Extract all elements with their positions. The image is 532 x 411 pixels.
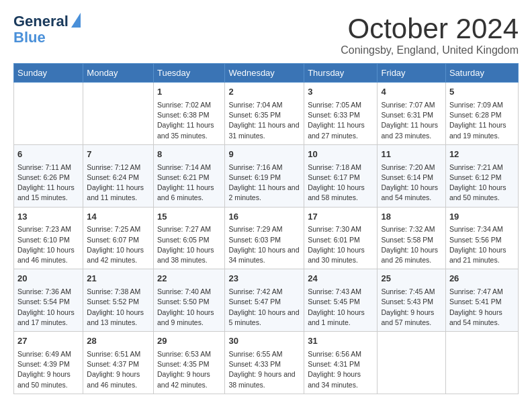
location-subtitle: Coningsby, England, United Kingdom bbox=[341, 44, 519, 56]
day-number: 26 bbox=[449, 273, 515, 285]
weekday-header: Sunday bbox=[14, 64, 83, 83]
day-info: Sunrise: 7:45 AM Sunset: 5:43 PM Dayligh… bbox=[381, 287, 441, 328]
day-number: 12 bbox=[449, 148, 515, 161]
day-number: 16 bbox=[228, 211, 300, 224]
day-info: Sunrise: 6:53 AM Sunset: 4:35 PM Dayligh… bbox=[157, 349, 221, 390]
day-info: Sunrise: 7:43 AM Sunset: 5:45 PM Dayligh… bbox=[308, 287, 373, 328]
day-info: Sunrise: 7:27 AM Sunset: 6:05 PM Dayligh… bbox=[157, 224, 221, 265]
day-info: Sunrise: 7:12 AM Sunset: 6:24 PM Dayligh… bbox=[87, 163, 150, 203]
day-info: Sunrise: 7:07 AM Sunset: 6:31 PM Dayligh… bbox=[381, 100, 441, 141]
calendar-cell: 2Sunrise: 7:04 AM Sunset: 6:35 PM Daylig… bbox=[225, 83, 304, 145]
calendar-cell: 6Sunrise: 7:11 AM Sunset: 6:26 PM Daylig… bbox=[14, 144, 83, 207]
logo-text-general: General bbox=[13, 13, 69, 30]
logo-icon bbox=[71, 13, 81, 28]
day-number: 19 bbox=[449, 211, 515, 224]
calendar-cell: 7Sunrise: 7:12 AM Sunset: 6:24 PM Daylig… bbox=[83, 144, 154, 207]
day-number: 4 bbox=[381, 86, 441, 99]
weekday-header: Tuesday bbox=[153, 64, 224, 83]
calendar-cell: 30Sunrise: 6:55 AM Sunset: 4:33 PM Dayli… bbox=[225, 332, 304, 394]
day-info: Sunrise: 7:40 AM Sunset: 5:50 PM Dayligh… bbox=[157, 287, 221, 328]
day-info: Sunrise: 6:55 AM Sunset: 4:33 PM Dayligh… bbox=[228, 349, 300, 390]
day-number: 11 bbox=[381, 148, 441, 161]
calendar-cell bbox=[445, 332, 518, 394]
calendar-cell: 15Sunrise: 7:27 AM Sunset: 6:05 PM Dayli… bbox=[153, 207, 224, 269]
weekday-header: Thursday bbox=[304, 64, 378, 83]
day-number: 25 bbox=[381, 273, 441, 285]
calendar-cell: 24Sunrise: 7:43 AM Sunset: 5:45 PM Dayli… bbox=[304, 269, 378, 332]
calendar-cell: 21Sunrise: 7:38 AM Sunset: 5:52 PM Dayli… bbox=[83, 269, 154, 332]
day-info: Sunrise: 7:11 AM Sunset: 6:26 PM Dayligh… bbox=[17, 163, 79, 203]
calendar-cell: 5Sunrise: 7:09 AM Sunset: 6:28 PM Daylig… bbox=[445, 83, 518, 145]
day-number: 30 bbox=[228, 335, 300, 348]
calendar-week-row: 13Sunrise: 7:23 AM Sunset: 6:10 PM Dayli… bbox=[14, 207, 519, 269]
day-number: 24 bbox=[308, 273, 373, 285]
day-number: 9 bbox=[228, 148, 300, 161]
day-number: 1 bbox=[157, 86, 221, 99]
weekday-header: Monday bbox=[83, 64, 154, 83]
day-number: 27 bbox=[17, 335, 79, 348]
calendar-table: SundayMondayTuesdayWednesdayThursdayFrid… bbox=[13, 63, 519, 394]
day-info: Sunrise: 7:29 AM Sunset: 6:03 PM Dayligh… bbox=[228, 224, 300, 265]
day-info: Sunrise: 7:32 AM Sunset: 5:58 PM Dayligh… bbox=[381, 224, 441, 265]
calendar-cell: 12Sunrise: 7:21 AM Sunset: 6:12 PM Dayli… bbox=[445, 144, 518, 207]
day-number: 18 bbox=[381, 211, 441, 224]
calendar-cell: 26Sunrise: 7:47 AM Sunset: 5:41 PM Dayli… bbox=[445, 269, 518, 332]
day-number: 21 bbox=[87, 273, 150, 285]
day-info: Sunrise: 7:30 AM Sunset: 6:01 PM Dayligh… bbox=[308, 224, 373, 265]
calendar-cell: 16Sunrise: 7:29 AM Sunset: 6:03 PM Dayli… bbox=[225, 207, 304, 269]
calendar-cell: 25Sunrise: 7:45 AM Sunset: 5:43 PM Dayli… bbox=[378, 269, 445, 332]
calendar-cell: 31Sunrise: 6:56 AM Sunset: 4:31 PM Dayli… bbox=[304, 332, 378, 394]
day-info: Sunrise: 7:16 AM Sunset: 6:19 PM Dayligh… bbox=[228, 163, 300, 203]
day-number: 17 bbox=[308, 211, 373, 224]
day-number: 22 bbox=[157, 273, 221, 285]
calendar-cell: 4Sunrise: 7:07 AM Sunset: 6:31 PM Daylig… bbox=[378, 83, 445, 145]
page-header: General Blue October 2024 Coningsby, Eng… bbox=[13, 13, 519, 56]
calendar-week-row: 27Sunrise: 6:49 AM Sunset: 4:39 PM Dayli… bbox=[14, 332, 519, 394]
day-info: Sunrise: 7:20 AM Sunset: 6:14 PM Dayligh… bbox=[381, 163, 441, 203]
logo-text-blue: Blue bbox=[13, 30, 81, 46]
title-section: October 2024 Coningsby, England, United … bbox=[341, 13, 519, 56]
weekday-header: Saturday bbox=[445, 64, 518, 83]
day-info: Sunrise: 7:09 AM Sunset: 6:28 PM Dayligh… bbox=[449, 100, 515, 141]
weekday-header: Wednesday bbox=[225, 64, 304, 83]
calendar-cell: 10Sunrise: 7:18 AM Sunset: 6:17 PM Dayli… bbox=[304, 144, 378, 207]
day-number: 7 bbox=[87, 148, 150, 161]
calendar-cell: 9Sunrise: 7:16 AM Sunset: 6:19 PM Daylig… bbox=[225, 144, 304, 207]
day-number: 14 bbox=[87, 211, 150, 224]
calendar-cell: 1Sunrise: 7:02 AM Sunset: 6:38 PM Daylig… bbox=[153, 83, 224, 145]
calendar-week-row: 20Sunrise: 7:36 AM Sunset: 5:54 PM Dayli… bbox=[14, 269, 519, 332]
day-info: Sunrise: 7:04 AM Sunset: 6:35 PM Dayligh… bbox=[228, 100, 300, 141]
day-number: 29 bbox=[157, 335, 221, 348]
day-number: 13 bbox=[17, 211, 79, 224]
day-info: Sunrise: 7:34 AM Sunset: 5:56 PM Dayligh… bbox=[449, 224, 515, 265]
calendar-cell: 17Sunrise: 7:30 AM Sunset: 6:01 PM Dayli… bbox=[304, 207, 378, 269]
header-row: SundayMondayTuesdayWednesdayThursdayFrid… bbox=[14, 64, 519, 83]
logo: General Blue bbox=[13, 13, 81, 46]
day-info: Sunrise: 6:49 AM Sunset: 4:39 PM Dayligh… bbox=[17, 349, 79, 390]
calendar-cell: 13Sunrise: 7:23 AM Sunset: 6:10 PM Dayli… bbox=[14, 207, 83, 269]
day-info: Sunrise: 7:23 AM Sunset: 6:10 PM Dayligh… bbox=[17, 224, 79, 265]
day-info: Sunrise: 7:38 AM Sunset: 5:52 PM Dayligh… bbox=[87, 287, 150, 328]
calendar-cell: 23Sunrise: 7:42 AM Sunset: 5:47 PM Dayli… bbox=[225, 269, 304, 332]
calendar-cell: 20Sunrise: 7:36 AM Sunset: 5:54 PM Dayli… bbox=[14, 269, 83, 332]
day-info: Sunrise: 7:02 AM Sunset: 6:38 PM Dayligh… bbox=[157, 100, 221, 141]
day-info: Sunrise: 7:21 AM Sunset: 6:12 PM Dayligh… bbox=[449, 163, 515, 203]
day-info: Sunrise: 6:51 AM Sunset: 4:37 PM Dayligh… bbox=[87, 349, 150, 390]
calendar-cell: 11Sunrise: 7:20 AM Sunset: 6:14 PM Dayli… bbox=[378, 144, 445, 207]
day-info: Sunrise: 7:47 AM Sunset: 5:41 PM Dayligh… bbox=[449, 287, 515, 328]
day-info: Sunrise: 7:18 AM Sunset: 6:17 PM Dayligh… bbox=[308, 163, 373, 203]
day-number: 5 bbox=[449, 86, 515, 99]
day-info: Sunrise: 7:36 AM Sunset: 5:54 PM Dayligh… bbox=[17, 287, 79, 328]
day-info: Sunrise: 7:05 AM Sunset: 6:33 PM Dayligh… bbox=[308, 100, 373, 141]
day-info: Sunrise: 7:14 AM Sunset: 6:21 PM Dayligh… bbox=[157, 163, 221, 203]
calendar-cell: 18Sunrise: 7:32 AM Sunset: 5:58 PM Dayli… bbox=[378, 207, 445, 269]
calendar-cell bbox=[14, 83, 83, 145]
day-number: 31 bbox=[308, 335, 373, 348]
day-number: 3 bbox=[308, 86, 373, 99]
day-number: 20 bbox=[17, 273, 79, 285]
calendar-cell: 29Sunrise: 6:53 AM Sunset: 4:35 PM Dayli… bbox=[153, 332, 224, 394]
day-number: 15 bbox=[157, 211, 221, 224]
day-number: 23 bbox=[228, 273, 300, 285]
day-number: 28 bbox=[87, 335, 150, 348]
calendar-cell bbox=[378, 332, 445, 394]
